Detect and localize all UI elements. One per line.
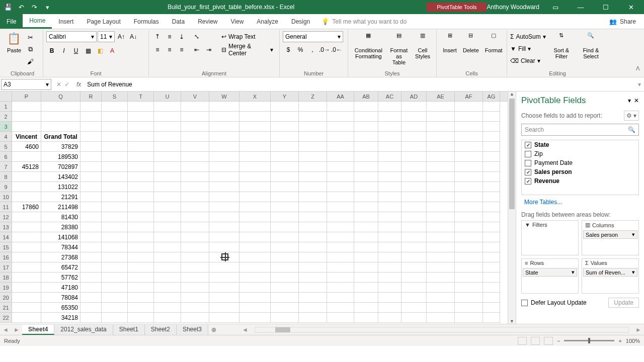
conditional-formatting-button[interactable]: ▦ Conditional Formatting <box>351 31 386 66</box>
cell[interactable] <box>378 283 401 293</box>
field-list[interactable]: ✓StateZipPayment Date✓Sales person✓Reven… <box>521 140 639 195</box>
cell[interactable] <box>80 242 102 252</box>
cell[interactable] <box>455 172 483 182</box>
collapse-ribbon-icon[interactable]: ᐱ <box>636 65 640 74</box>
cell[interactable] <box>455 152 483 162</box>
horizontal-scrollbar[interactable] <box>255 327 629 333</box>
column-header[interactable]: P <box>12 92 41 101</box>
cell[interactable] <box>209 232 239 242</box>
cell[interactable] <box>102 303 128 313</box>
more-tables-link[interactable]: More Tables... <box>521 197 639 207</box>
cell[interactable]: 65472 <box>41 262 80 273</box>
cell[interactable] <box>102 102 128 112</box>
row-header[interactable]: 5 <box>0 142 12 152</box>
tab-page-layout[interactable]: Page Layout <box>80 14 127 29</box>
cell[interactable] <box>209 122 239 132</box>
name-box[interactable]: A3▾ <box>1 79 51 90</box>
cell[interactable] <box>427 122 455 132</box>
increase-decimal-icon[interactable]: .0→ <box>319 44 330 55</box>
accounting-icon[interactable]: $ <box>283 44 294 55</box>
cell[interactable] <box>354 142 378 152</box>
cell[interactable] <box>401 303 427 313</box>
cell[interactable] <box>128 293 154 303</box>
cell[interactable] <box>181 152 209 162</box>
row-header[interactable]: 13 <box>0 222 12 232</box>
cell[interactable] <box>80 122 102 132</box>
cell[interactable] <box>401 172 427 182</box>
cell[interactable] <box>401 283 427 293</box>
cell[interactable] <box>239 182 271 192</box>
cell[interactable] <box>299 162 327 172</box>
cell[interactable] <box>102 313 128 323</box>
cell[interactable] <box>327 152 354 162</box>
copy-icon[interactable]: ⧉ <box>25 44 35 54</box>
layout-gear-icon[interactable]: ⚙ ▾ <box>624 111 639 121</box>
format-cells-button[interactable]: ▢ Format <box>482 31 506 54</box>
cell[interactable]: 37829 <box>41 142 80 152</box>
hscroll-right-icon[interactable]: ► <box>633 326 644 333</box>
cell[interactable] <box>427 212 455 222</box>
align-center-icon[interactable]: ≡ <box>164 44 175 55</box>
cell[interactable] <box>401 293 427 303</box>
cell[interactable] <box>427 252 455 262</box>
cell[interactable] <box>154 212 181 222</box>
cell[interactable]: Vincent <box>12 132 41 142</box>
cell[interactable] <box>209 303 239 313</box>
cell[interactable] <box>378 132 401 142</box>
cell[interactable] <box>154 172 181 182</box>
cell[interactable] <box>401 192 427 202</box>
column-header[interactable]: Z <box>299 92 327 101</box>
cell[interactable] <box>483 252 500 262</box>
cell[interactable] <box>128 112 154 122</box>
cell[interactable] <box>209 132 239 142</box>
cell[interactable] <box>271 162 299 172</box>
cell[interactable] <box>483 202 500 212</box>
decrease-indent-icon[interactable]: ⇤ <box>191 44 202 55</box>
cell[interactable] <box>128 222 154 232</box>
cell[interactable] <box>154 222 181 232</box>
cell[interactable]: 45128 <box>12 162 41 172</box>
cell[interactable]: 143402 <box>41 172 80 182</box>
cell[interactable] <box>378 202 401 212</box>
vertical-scrollbar[interactable]: ▲ ▼ <box>508 92 516 324</box>
tab-nav-next-icon[interactable]: ► <box>11 326 22 333</box>
cell[interactable] <box>455 122 483 132</box>
cell[interactable] <box>299 283 327 293</box>
cell[interactable] <box>128 232 154 242</box>
cell[interactable] <box>483 242 500 252</box>
decrease-font-icon[interactable]: A↓ <box>128 31 139 42</box>
cell[interactable] <box>128 283 154 293</box>
format-painter-icon[interactable]: 🖌 <box>25 56 35 66</box>
cell[interactable] <box>209 262 239 273</box>
cell[interactable] <box>102 182 128 192</box>
cell[interactable] <box>271 142 299 152</box>
cell[interactable] <box>401 152 427 162</box>
field-list-item[interactable]: ✓State <box>522 140 638 149</box>
cell[interactable] <box>128 172 154 182</box>
cell[interactable] <box>102 252 128 262</box>
cell[interactable] <box>80 273 102 283</box>
cell[interactable] <box>41 122 80 132</box>
cell[interactable] <box>271 252 299 262</box>
cell[interactable] <box>12 112 41 122</box>
scroll-down-icon[interactable]: ▼ <box>508 319 516 324</box>
cell[interactable] <box>102 162 128 172</box>
cell[interactable] <box>181 132 209 142</box>
cell[interactable] <box>299 212 327 222</box>
cell[interactable] <box>401 212 427 222</box>
cell[interactable] <box>401 132 427 142</box>
cell[interactable] <box>80 112 102 122</box>
cell[interactable] <box>483 132 500 142</box>
field-list-item[interactable]: ✓Sales person <box>522 167 638 176</box>
cell[interactable] <box>271 242 299 252</box>
cell[interactable] <box>427 172 455 182</box>
cell[interactable] <box>354 293 378 303</box>
zoom-level[interactable]: 100% <box>626 338 640 344</box>
cell[interactable] <box>12 232 41 242</box>
cell[interactable] <box>455 242 483 252</box>
cell[interactable] <box>354 102 378 112</box>
merge-center-button[interactable]: ⊟ Merge & Center ▾ <box>218 44 276 55</box>
cell[interactable] <box>102 293 128 303</box>
cell[interactable]: 702897 <box>41 162 80 172</box>
formula-input[interactable]: Sum of Revenue <box>84 79 635 90</box>
